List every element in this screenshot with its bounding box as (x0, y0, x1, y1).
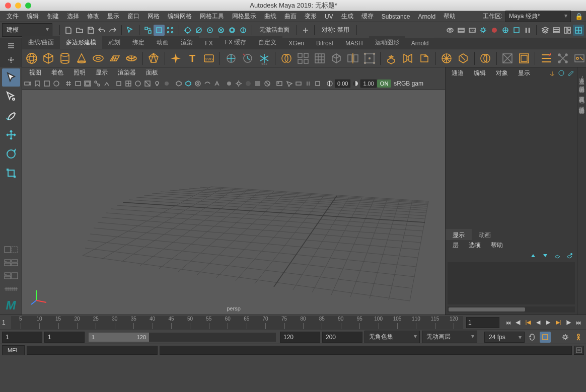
vp-2d-icon[interactable] (52, 79, 61, 88)
vp-imgplane-icon[interactable] (42, 79, 51, 88)
menu-create[interactable]: 创建 (43, 11, 62, 22)
poly-sphere-icon[interactable] (25, 51, 39, 66)
content-icon[interactable] (572, 51, 586, 66)
vp-debug-icon[interactable] (313, 79, 322, 88)
svg-import-icon[interactable]: SVG (202, 51, 216, 66)
vp-wire-icon[interactable] (124, 79, 133, 88)
panel-layout1-icon[interactable] (540, 25, 551, 36)
separate-icon[interactable] (296, 51, 310, 66)
render-view-icon[interactable] (445, 25, 456, 36)
toggle-construction-icon[interactable] (300, 25, 311, 36)
vp-default-icon[interactable] (225, 79, 234, 88)
menu-help[interactable]: 帮助 (440, 11, 459, 22)
go-end-icon[interactable]: ⏭ (574, 318, 583, 327)
render-setup-icon[interactable] (511, 25, 522, 36)
vp-ao-icon[interactable] (193, 79, 202, 88)
insert-edge-icon[interactable] (479, 51, 492, 66)
step-back-key-icon[interactable]: ◀| (514, 318, 523, 327)
scale-tool[interactable] (2, 164, 20, 182)
open-scene-icon[interactable] (74, 25, 85, 36)
vp-menu-panels[interactable]: 面板 (141, 67, 163, 78)
paint-select-tool[interactable] (2, 107, 20, 125)
menu-arnold[interactable]: Arnold (414, 12, 439, 21)
vp-camera-icon[interactable] (23, 79, 32, 88)
menu-file[interactable]: 文件 (3, 11, 22, 22)
vp-grid-icon[interactable] (64, 79, 73, 88)
step-fwd-key-icon[interactable]: |▶ (564, 318, 573, 327)
layer-menu-help[interactable]: 帮助 (486, 240, 508, 250)
layer-move-up-icon[interactable] (530, 252, 537, 260)
minimize-icon[interactable] (15, 3, 21, 9)
menu-editmesh[interactable]: 编辑网格 (164, 11, 195, 22)
vp-menu-show[interactable]: 显示 (91, 67, 113, 78)
panel-layout3-icon[interactable] (562, 25, 573, 36)
vp-motion-icon[interactable] (203, 79, 212, 88)
menu-meshtools[interactable]: 网格工具 (196, 11, 228, 22)
vp-render-icon[interactable] (294, 79, 303, 88)
poly-cube-icon[interactable] (42, 51, 55, 66)
poly-sparkle-icon[interactable] (169, 51, 183, 66)
layer-new-empty-icon[interactable] (554, 252, 561, 260)
vp-no-light-icon[interactable] (263, 79, 272, 88)
ipr-icon[interactable]: IPR (467, 25, 478, 36)
lasso-tool[interactable] (2, 88, 20, 106)
snap-projcenter-icon[interactable] (215, 25, 227, 36)
menu-substance[interactable]: Substance (378, 12, 414, 21)
rail-attr[interactable]: 属性编辑器 (577, 98, 586, 109)
subdivide-icon[interactable] (362, 51, 376, 66)
vp-light-icon[interactable] (153, 79, 162, 88)
cb-axis-icon[interactable] (549, 69, 556, 76)
vp-aa-icon[interactable] (212, 79, 222, 88)
vp-bookmark-icon[interactable] (33, 79, 42, 88)
cmd-language[interactable]: MEL (2, 345, 25, 355)
step-fwd-icon[interactable]: ▶| (554, 318, 563, 327)
shelf-menu-icon[interactable] (6, 40, 17, 51)
snap-point-icon[interactable] (204, 25, 215, 36)
freeze-icon[interactable]: 0,0,0 (257, 51, 271, 66)
select-hierarchy-icon[interactable] (142, 25, 154, 36)
poly-cylinder-icon[interactable] (58, 51, 72, 66)
redo-icon[interactable] (107, 25, 118, 36)
mirror-icon[interactable] (346, 51, 359, 66)
script-editor-icon[interactable] (574, 346, 584, 355)
fps-dropdown[interactable]: 24 fps (484, 332, 525, 343)
render-frame-icon[interactable] (456, 25, 467, 36)
layer-menu-options[interactable]: 选项 (464, 240, 486, 250)
panel-layout4-icon[interactable] (573, 25, 584, 36)
vp-gamma-icon[interactable] (351, 79, 360, 88)
shelf-tab-curves[interactable]: 曲线/曲面 (22, 36, 60, 49)
history-icon[interactable] (241, 51, 254, 66)
loop-icon[interactable] (527, 332, 538, 343)
play-back-icon[interactable]: ◀ (534, 318, 543, 327)
vp-textured-icon[interactable] (143, 79, 152, 88)
vp-selected-icon[interactable] (244, 79, 253, 88)
shelf-tab-rigging[interactable]: 绑定 (126, 36, 151, 49)
panel-layout2-icon[interactable] (551, 25, 562, 36)
anim-end-field[interactable] (322, 332, 362, 343)
lock-icon[interactable]: 🔒 (575, 13, 583, 20)
charset-dropdown[interactable]: 无角色集 (364, 331, 420, 343)
vp-colorspace[interactable]: sRGB gam (392, 80, 425, 87)
layout-a-icon[interactable] (2, 244, 20, 255)
lightlink-icon[interactable] (500, 25, 511, 36)
poly-plane-icon[interactable] (108, 51, 122, 66)
autokey-icon[interactable] (540, 332, 551, 343)
step-back-icon[interactable]: |◀ (524, 318, 533, 327)
graph-icon[interactable] (556, 51, 569, 66)
menu-surfaces[interactable]: 曲面 (281, 11, 300, 22)
layout-d-icon[interactable] (2, 283, 20, 294)
save-scene-icon[interactable] (85, 25, 96, 36)
shelf-tab-fxcache[interactable]: FX 缓存 (219, 36, 253, 49)
hypershade-icon[interactable] (489, 25, 500, 36)
render-settings-icon[interactable] (478, 25, 489, 36)
shelf-tab-sculpt[interactable]: 雕刻 (102, 36, 126, 49)
smooth-icon[interactable] (313, 51, 326, 66)
layout-b-icon[interactable]: + (2, 257, 20, 268)
menu-generate[interactable]: 生成 (338, 11, 357, 22)
animlayer-dropdown[interactable]: 无动画层 (422, 331, 477, 343)
menu-modify[interactable]: 修改 (84, 11, 103, 22)
vp-menu-view[interactable]: 视图 (24, 67, 46, 78)
rail-channelbox[interactable]: 通道盒/层编辑器 (577, 69, 586, 88)
shelf-tab-custom[interactable]: 自定义 (252, 36, 282, 49)
shelf-tab-xgen[interactable]: XGen (282, 38, 310, 49)
